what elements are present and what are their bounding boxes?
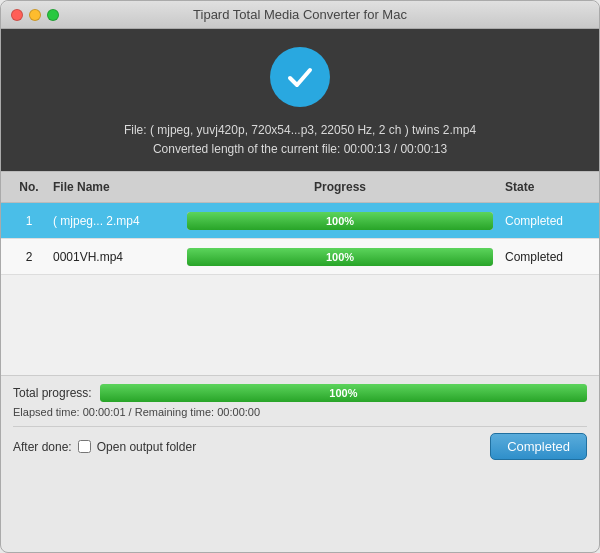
open-output-label: Open output folder bbox=[97, 440, 196, 454]
maximize-button[interactable] bbox=[47, 9, 59, 21]
table-header: No. File Name Progress State bbox=[1, 171, 599, 203]
row1-no: 1 bbox=[9, 203, 49, 238]
title-bar: Tipard Total Media Converter for Mac bbox=[1, 1, 599, 29]
row1-state: Completed bbox=[501, 203, 591, 238]
after-done-section: After done: Open output folder bbox=[13, 440, 196, 454]
file-table: No. File Name Progress State 1 ( mjpeg..… bbox=[1, 171, 599, 275]
total-progress-pct: 100% bbox=[100, 384, 587, 402]
window-title: Tipard Total Media Converter for Mac bbox=[193, 7, 407, 22]
row1-progress-bar: 100% bbox=[187, 212, 493, 230]
col-header-filename: File Name bbox=[49, 176, 179, 198]
total-progress-bar: 100% bbox=[100, 384, 587, 402]
row1-progress: 100% bbox=[179, 203, 501, 238]
table-row[interactable]: 2 0001VH.mp4 100% Completed bbox=[1, 239, 599, 275]
row1-filename: ( mjpeg... 2.mp4 bbox=[49, 203, 179, 238]
col-header-state: State bbox=[501, 176, 591, 198]
elapsed-time: Elapsed time: 00:00:01 / Remaining time:… bbox=[13, 406, 587, 418]
file-info-line1: File: ( mjpeg, yuvj420p, 720x54...p3, 22… bbox=[124, 121, 476, 140]
row2-progress-label: 100% bbox=[187, 248, 493, 266]
row1-progress-label: 100% bbox=[187, 212, 493, 230]
empty-space bbox=[1, 275, 599, 375]
file-info-line2: Converted length of the current file: 00… bbox=[124, 140, 476, 159]
after-done-label: After done: bbox=[13, 440, 72, 454]
row2-filename: 0001VH.mp4 bbox=[49, 239, 179, 274]
table-row[interactable]: 1 ( mjpeg... 2.mp4 100% Completed bbox=[1, 203, 599, 239]
window-controls[interactable] bbox=[11, 9, 59, 21]
completed-button[interactable]: Completed bbox=[490, 433, 587, 460]
header-section: File: ( mjpeg, yuvj420p, 720x54...p3, 22… bbox=[1, 29, 599, 171]
total-progress-row: Total progress: 100% bbox=[13, 384, 587, 402]
row2-progress: 100% bbox=[179, 239, 501, 274]
table-body: 1 ( mjpeg... 2.mp4 100% Completed 2 0001… bbox=[1, 203, 599, 275]
col-header-progress: Progress bbox=[179, 176, 501, 198]
footer-row: After done: Open output folder Completed bbox=[13, 426, 587, 468]
row2-state: Completed bbox=[501, 239, 591, 274]
col-header-no: No. bbox=[9, 176, 49, 198]
row2-no: 2 bbox=[9, 239, 49, 274]
row2-progress-bar: 100% bbox=[187, 248, 493, 266]
open-output-checkbox[interactable] bbox=[78, 440, 91, 453]
close-button[interactable] bbox=[11, 9, 23, 21]
total-progress-label: Total progress: bbox=[13, 386, 92, 400]
completion-icon bbox=[270, 47, 330, 107]
file-info: File: ( mjpeg, yuvj420p, 720x54...p3, 22… bbox=[124, 121, 476, 159]
minimize-button[interactable] bbox=[29, 9, 41, 21]
bottom-section: Total progress: 100% Elapsed time: 00:00… bbox=[1, 375, 599, 468]
